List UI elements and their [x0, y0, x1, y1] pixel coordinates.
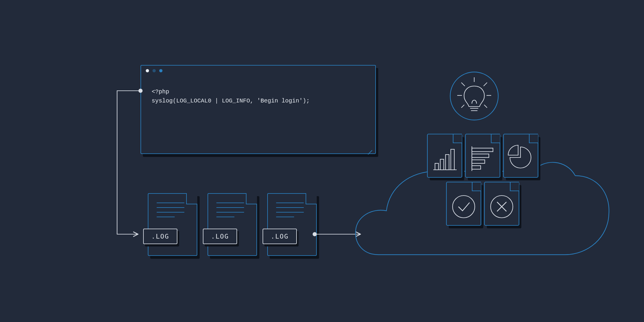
svg-rect-23: [472, 160, 485, 163]
svg-point-29: [453, 196, 475, 218]
file-text-lines-icon: [216, 203, 244, 217]
svg-rect-30: [484, 182, 519, 225]
svg-rect-21: [472, 148, 493, 152]
resize-handle-icon: [368, 146, 372, 150]
window-titlebar: [141, 66, 375, 76]
card-check-icon: [446, 182, 481, 225]
svg-rect-15: [435, 163, 439, 170]
svg-rect-24: [472, 166, 481, 169]
svg-rect-27: [487, 185, 521, 228]
svg-rect-28: [446, 182, 481, 225]
lightbulb-insight-icon: [450, 72, 498, 120]
svg-line-8: [484, 105, 487, 108]
flow-connectors: [0, 0, 644, 322]
svg-rect-16: [440, 159, 444, 170]
connector-code-to-logs: [117, 91, 141, 234]
code-line-1: <?php: [152, 88, 169, 95]
log-extension-badge: .LOG: [263, 229, 297, 244]
svg-rect-13: [427, 134, 462, 177]
window-dot-minimize-icon: [153, 69, 156, 72]
diagram-stage: <?php syslog(LOG_LOCAL0 | LOG_INFO, 'Beg…: [0, 0, 644, 322]
cloud-icon: [355, 162, 609, 255]
svg-rect-12: [506, 137, 540, 180]
svg-line-4: [484, 83, 487, 86]
log-file-card: .LOG: [208, 193, 257, 256]
card-horizontal-chart-icon: [465, 134, 500, 177]
card-x-icon: [484, 182, 519, 225]
file-text-lines-icon: [157, 203, 184, 217]
window-dot-zoom-icon: [159, 69, 162, 72]
svg-rect-11: [468, 137, 502, 180]
card-bar-chart-icon: [427, 134, 462, 177]
svg-rect-17: [446, 155, 449, 170]
log-file-card: .LOG: [267, 193, 317, 256]
svg-point-0: [450, 72, 498, 120]
log-file-card: .LOG: [148, 193, 197, 256]
file-text-lines-icon: [276, 203, 304, 217]
code-body: <?php syslog(LOG_LOCAL0 | LOG_INFO, 'Beg…: [141, 76, 375, 105]
card-pie-chart-icon: [503, 134, 538, 177]
code-line-2: syslog(LOG_LOCAL0 | LOG_INFO, 'Begin log…: [152, 97, 310, 104]
svg-rect-25: [503, 134, 538, 177]
log-extension-badge: .LOG: [203, 229, 237, 244]
svg-rect-19: [465, 134, 500, 177]
svg-rect-18: [451, 149, 454, 170]
svg-line-5: [461, 83, 465, 86]
window-dot-close-icon: [146, 69, 149, 72]
log-file-group: .LOG .LOG .LOG: [148, 193, 317, 256]
log-extension-badge: .LOG: [143, 229, 177, 244]
svg-rect-10: [430, 137, 464, 180]
svg-rect-22: [472, 154, 489, 157]
svg-line-9: [461, 105, 464, 108]
svg-point-31: [491, 196, 513, 218]
svg-rect-26: [449, 185, 483, 228]
code-window: <?php syslog(LOG_LOCAL0 | LOG_INFO, 'Beg…: [141, 65, 376, 154]
